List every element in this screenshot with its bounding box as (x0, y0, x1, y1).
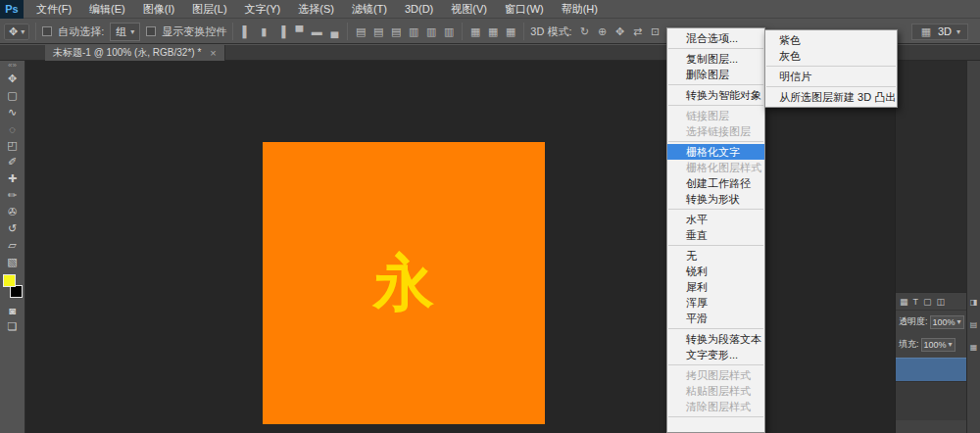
document-canvas[interactable]: 永 (263, 142, 545, 424)
distribute-right-icon[interactable]: ▥ (442, 25, 456, 38)
tool-preset-dropdown[interactable]: ✥ ▾ (4, 24, 29, 40)
context-menu-item[interactable]: 锐利 (667, 264, 764, 279)
submenu-item[interactable]: 紫色 (765, 32, 897, 48)
opacity-dropdown[interactable]: 100% ▾ (930, 315, 964, 329)
distribute-bottom-icon[interactable]: ▤ (389, 25, 403, 38)
align-icons-group: ▌▮▐▀▬▄ (239, 25, 341, 38)
options-separator (462, 23, 463, 40)
options-separator (523, 23, 524, 40)
context-menu-item[interactable]: 犀利 (667, 279, 764, 295)
screen-mode-icon[interactable]: ❏ (2, 318, 24, 335)
filter-type-layers-icon[interactable]: T (913, 297, 919, 307)
dock-panel-icon-2[interactable]: ▤ (970, 320, 978, 329)
3d-drag-icon[interactable]: ✥ (613, 25, 627, 38)
menubar-items: 文件(F)编辑(E)图像(I)图层(L)文字(Y)选择(S)滤镜(T)3D(D)… (27, 0, 607, 19)
options-separator (35, 23, 36, 40)
align-middle-icon[interactable]: ▬ (310, 25, 323, 37)
clone-stamp-tool[interactable]: ✇ (2, 204, 24, 220)
filter-shape-layers-icon[interactable]: ▢ (923, 297, 932, 307)
auto-align-icon[interactable]: ▦ (468, 25, 482, 38)
gradient-tool[interactable]: ▧ (2, 254, 24, 270)
3d-roll-icon[interactable]: ⊕ (596, 25, 610, 38)
foreground-color-swatch[interactable] (3, 274, 16, 287)
menubar-item[interactable]: 图层(L) (183, 0, 235, 19)
context-menu-item[interactable]: 无 (667, 248, 764, 264)
workspace-grid-icon: ▦ (919, 25, 933, 38)
menu-separator (668, 84, 763, 85)
warp-icon[interactable]: ▦ (504, 25, 517, 38)
options-separator (347, 23, 348, 40)
align-top-icon[interactable]: ▀ (292, 25, 306, 37)
menubar-item[interactable]: 文件(F) (27, 0, 80, 19)
dock-panel-icon-1[interactable]: ◨ (970, 298, 978, 307)
context-menu-item: 栅格化图层样式 (667, 160, 764, 175)
align-center-horizontal-icon[interactable]: ▮ (257, 25, 270, 38)
menubar-item[interactable]: 帮助(H) (553, 0, 607, 19)
menu-separator (668, 105, 763, 106)
context-menu-item[interactable]: 转换为段落文本 (667, 331, 764, 347)
fill-dropdown[interactable]: 100% ▾ (921, 338, 956, 352)
menubar-item[interactable]: 选择(S) (289, 0, 343, 19)
quick-mask-icon[interactable]: ◙ (2, 302, 24, 318)
distribute-top-icon[interactable]: ▤ (354, 25, 368, 38)
3d-rotate-icon[interactable]: ↻ (578, 25, 592, 38)
3d-scale-icon[interactable]: ⊡ (649, 25, 662, 38)
submenu-item[interactable]: 灰色 (765, 48, 897, 64)
menubar-item[interactable]: 编辑(E) (80, 0, 134, 19)
align-right-icon[interactable]: ▐ (274, 25, 288, 37)
workspace-switcher[interactable]: ▦ 3D ▾ (911, 24, 968, 40)
context-menu-item[interactable]: 栅格化文字 (667, 144, 764, 160)
align-left-icon[interactable]: ▌ (239, 25, 253, 37)
eraser-tool[interactable]: ▱ (2, 237, 24, 254)
healing-brush-tool[interactable]: ✚ (2, 170, 24, 187)
distribute-middle-icon[interactable]: ▤ (371, 25, 385, 38)
menubar-item[interactable]: 3D(D) (396, 0, 442, 19)
context-menu-item[interactable]: 文字变形... (667, 347, 764, 362)
toolbar-collapse-icon[interactable]: «» (8, 61, 17, 71)
context-menu-item[interactable]: 转换为智能对象 (667, 87, 764, 103)
menu-separator (668, 48, 763, 49)
submenu-item[interactable]: 明信片 (765, 69, 897, 84)
menubar-item[interactable]: 视图(V) (442, 0, 496, 19)
context-menu-item[interactable]: 浑厚 (667, 295, 764, 311)
selected-layer-row[interactable] (896, 358, 966, 381)
history-brush-tool[interactable]: ↺ (2, 220, 24, 237)
close-icon[interactable]: × (210, 45, 216, 61)
menubar-item[interactable]: 图像(I) (134, 0, 183, 19)
context-menu-item[interactable]: 混合选项... (667, 30, 764, 46)
auto-select-checkbox[interactable] (42, 26, 52, 36)
show-transform-checkbox[interactable] (146, 26, 156, 36)
filter-pixel-layers-icon[interactable]: ▦ (900, 297, 908, 307)
context-menu-item[interactable]: 垂直 (667, 227, 764, 243)
move-tool[interactable]: ✥ (2, 71, 24, 87)
crop-tool[interactable]: ◰ (2, 137, 24, 154)
brush-tool[interactable]: ✏ (2, 187, 24, 204)
rectangular-marquee-tool[interactable]: ▢ (2, 87, 24, 104)
context-menu-item[interactable]: 复制图层... (667, 51, 764, 67)
menu-separator (766, 66, 896, 67)
align-bottom-icon[interactable]: ▄ (327, 25, 341, 37)
menubar-item[interactable]: 滤镜(T) (343, 0, 396, 19)
document-tab[interactable]: 未标题-1 @ 100% (永, RGB/32*) * × (45, 45, 225, 61)
dock-panel-icon-3[interactable]: ▦ (970, 343, 978, 352)
submenu-item[interactable]: 从所选图层新建 3D 凸出 (765, 89, 897, 105)
quick-selection-tool[interactable]: ◌ (2, 120, 24, 137)
context-menu-item[interactable]: 水平 (667, 212, 764, 227)
document-title: 未标题-1 @ 100% (永, RGB/32*) * (53, 45, 201, 61)
auto-blend-icon[interactable]: ▦ (486, 25, 500, 38)
eyedropper-tool[interactable]: ✐ (2, 154, 24, 170)
context-menu-item[interactable]: 删除图层 (667, 67, 764, 82)
lasso-tool[interactable]: ∿ (2, 104, 24, 120)
context-menu-item[interactable]: 平滑 (667, 311, 764, 326)
3d-slide-icon[interactable]: ⇄ (631, 25, 645, 38)
auto-select-mode-dropdown[interactable]: 组 ▾ (110, 23, 140, 41)
context-menu-item[interactable]: 创建工作路径 (667, 175, 764, 191)
distribute-left-icon[interactable]: ▥ (407, 25, 420, 38)
context-menu-item[interactable]: 转换为形状 (667, 191, 764, 207)
distribute-center-icon[interactable]: ▥ (424, 25, 438, 38)
menubar-item[interactable]: 文字(Y) (236, 0, 290, 19)
context-menu-item: 清除图层样式 (667, 399, 764, 414)
filter-smart-objects-icon[interactable]: ◫ (937, 297, 946, 307)
menubar-item[interactable]: 窗口(W) (496, 0, 553, 19)
photoshop-logo: Ps (0, 0, 24, 19)
